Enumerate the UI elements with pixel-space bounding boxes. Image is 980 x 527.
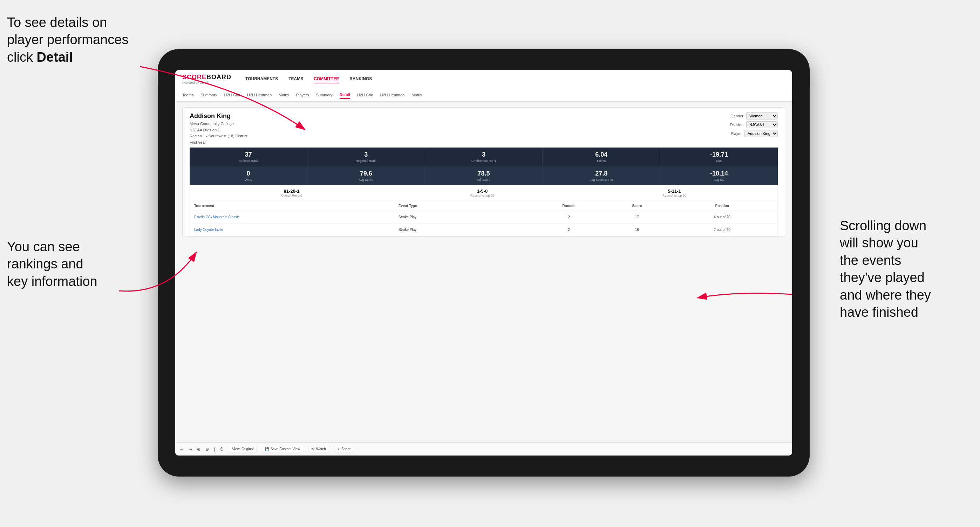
stat-conference-rank-value: 3	[428, 151, 540, 159]
score-1: 17	[603, 215, 671, 219]
record-overall-value: 91-20-1	[281, 189, 302, 194]
event-type-2: Stroke Play	[399, 228, 535, 232]
top-nav: SCOREBOARD Powered by clippd TOURNAMENTS…	[175, 70, 792, 88]
stat-adj-score: 78.5 Adj Score	[425, 167, 543, 185]
annotation-top-left: To see details on player performances cl…	[7, 14, 140, 66]
tab-matrix2[interactable]: Matrix	[412, 92, 422, 98]
annotation-detail-bold: Detail	[37, 50, 73, 65]
nav-teams[interactable]: TEAMS	[288, 75, 303, 83]
table-row: Lady Coyote Invite Stroke Play 2 16 7 ou…	[190, 224, 777, 236]
watch-button[interactable]: 👁 Watch	[308, 446, 329, 452]
logo-red: SCORE	[182, 74, 207, 81]
player-name: Addison King	[189, 113, 247, 120]
record-top25-value: 1-5-0	[470, 189, 494, 194]
annotation-bottom-left: You can seerankings andkey information	[7, 238, 126, 290]
tournament-name-1[interactable]: Estella CC- Mountain Classic	[194, 215, 399, 219]
stat-adj-score-label: Adj Score	[428, 178, 540, 181]
undo-icon[interactable]: ↩	[180, 447, 184, 452]
stat-avg-score-par-value: 27.8	[546, 170, 657, 177]
stat-avg-sg: -10.14 Avg SG	[660, 167, 778, 185]
col-header-event: Event Type	[399, 204, 535, 208]
content-area: Addison King Mesa Community College NJCA…	[175, 102, 792, 456]
logo-board: BOARD	[207, 74, 231, 81]
main-nav: TOURNAMENTS TEAMS COMMITTEE RANKINGS	[245, 75, 372, 83]
zoom-in-icon[interactable]: ⊕	[197, 447, 200, 452]
view-original-button[interactable]: View: Original	[229, 446, 257, 452]
division-selector-row: Division NJCAA I NJCAA II	[730, 121, 778, 128]
redo-icon[interactable]: ↪	[189, 447, 192, 452]
tournament-name-2[interactable]: Lady Coyote Invite	[194, 228, 399, 232]
stat-conference-rank-label: Conference Rank	[428, 159, 540, 163]
player-detail: Addison King Mesa Community College NJCA…	[182, 107, 785, 237]
tab-players[interactable]: Players	[296, 92, 309, 98]
share-icon: ⇧	[337, 447, 340, 451]
stat-national-rank-label: National Rank	[192, 159, 304, 163]
tab-h2h-grid[interactable]: H2H Grid	[224, 92, 240, 98]
gender-label: Gender	[730, 114, 743, 118]
record-overall: 91-20-1 Overall Record	[281, 189, 302, 197]
record-top50-value: 5-11-1	[662, 189, 686, 194]
save-custom-button[interactable]: 💾 Save Custom View	[262, 446, 303, 452]
stat-regional-rank: 3 Regional Rank	[307, 148, 425, 166]
col-header-rounds: Rounds	[535, 204, 603, 208]
stat-adj-score-value: 78.5	[428, 170, 540, 177]
sub-tabs: Teams Summary H2H Grid H2H Heatmap Matri…	[175, 88, 792, 102]
stat-avg-score-par-label: Avg Score to Par	[546, 178, 657, 181]
division-select[interactable]: NJCAA I NJCAA II	[746, 121, 778, 128]
event-type-1: Stroke Play	[399, 215, 535, 219]
rounds-2: 2	[535, 228, 603, 232]
table-row: Estella CC- Mountain Classic Stroke Play…	[190, 211, 777, 224]
player-select[interactable]: Addison King	[745, 130, 778, 137]
watch-label: Watch	[316, 447, 326, 451]
stat-wins-label: Wins	[192, 178, 304, 181]
share-button[interactable]: ⇧ Share	[334, 446, 354, 452]
annotation-bottom-left-text: You can seerankings andkey information	[7, 239, 97, 289]
stat-points-value: 6.04	[546, 151, 657, 159]
player-college: Mesa Community College	[189, 121, 247, 127]
record-top50: 5-11-1 Record vs top 50	[662, 189, 686, 197]
stat-national-rank: 37 National Rank	[189, 148, 307, 166]
logo-area: SCOREBOARD Powered by clippd	[182, 74, 231, 84]
clock-icon[interactable]: ⏱	[220, 447, 224, 452]
player-selectors: Gender Women Men Division NJCAA I NJCAA …	[730, 113, 778, 145]
stat-national-rank-value: 37	[192, 151, 304, 159]
stats-grid-1: 37 National Rank 3 Regional Rank 3 Confe…	[189, 148, 778, 166]
tab-h2h-heatmap[interactable]: H2H Heatmap	[247, 92, 272, 98]
player-region: Region 1 - Southwest (18) District	[189, 133, 247, 140]
tab-detail[interactable]: Detail	[340, 91, 350, 99]
stat-wins-value: 0	[192, 170, 304, 177]
table-header: Tournament Event Type Rounds Score Posit…	[190, 201, 777, 211]
view-original-label: View: Original	[232, 447, 254, 451]
player-year: First Year	[189, 140, 247, 146]
score-2: 16	[603, 228, 671, 232]
gender-selector-row: Gender Women Men	[730, 113, 778, 119]
records-row: 91-20-1 Overall Record 1-5-0 Record vs t…	[189, 185, 778, 201]
nav-rankings[interactable]: RANKINGS	[350, 75, 372, 83]
tournament-table: Tournament Event Type Rounds Score Posit…	[189, 201, 778, 237]
stats-grid-2: 0 Wins 79.6 Avg Score 78.5 Adj Score 27.…	[189, 166, 778, 185]
nav-committee[interactable]: COMMITTEE	[314, 75, 339, 83]
stat-avg-sg-label: Avg SG	[663, 178, 775, 181]
nav-tournaments[interactable]: TOURNAMENTS	[245, 75, 278, 83]
annotation-right: Scrolling downwill show youthe eventsthe…	[840, 217, 973, 321]
tab-summary[interactable]: Summary	[200, 92, 217, 98]
player-label: Player	[731, 132, 742, 136]
col-header-position: Position	[671, 204, 773, 208]
stat-sos-label: SoS	[663, 159, 775, 163]
tab-matrix[interactable]: Matrix	[278, 92, 289, 98]
player-header: Addison King Mesa Community College NJCA…	[183, 108, 785, 148]
position-1: 4 out of 20	[671, 215, 773, 219]
tab-teams[interactable]: Teams	[182, 92, 194, 98]
annotation-top-left-text: To see details on player performances cl…	[7, 15, 128, 65]
stat-regional-rank-label: Regional Rank	[310, 159, 422, 163]
logo-sub: Powered by clippd	[182, 81, 231, 84]
share-label: Share	[341, 447, 351, 451]
toolbar: ↩ ↪ ⊕ ⊖ | ⏱ View: Original 💾 Save Custom…	[175, 442, 792, 456]
zoom-out-icon[interactable]: ⊖	[205, 447, 209, 452]
position-2: 7 out of 20	[671, 228, 773, 232]
tab-h2h-grid2[interactable]: H2H Grid	[357, 92, 373, 98]
tablet-frame: SCOREBOARD Powered by clippd TOURNAMENTS…	[158, 49, 810, 476]
gender-select[interactable]: Women Men	[746, 113, 778, 119]
tab-h2h-heatmap2[interactable]: H2H Heatmap	[380, 92, 405, 98]
tab-summary2[interactable]: Summary	[316, 92, 332, 98]
